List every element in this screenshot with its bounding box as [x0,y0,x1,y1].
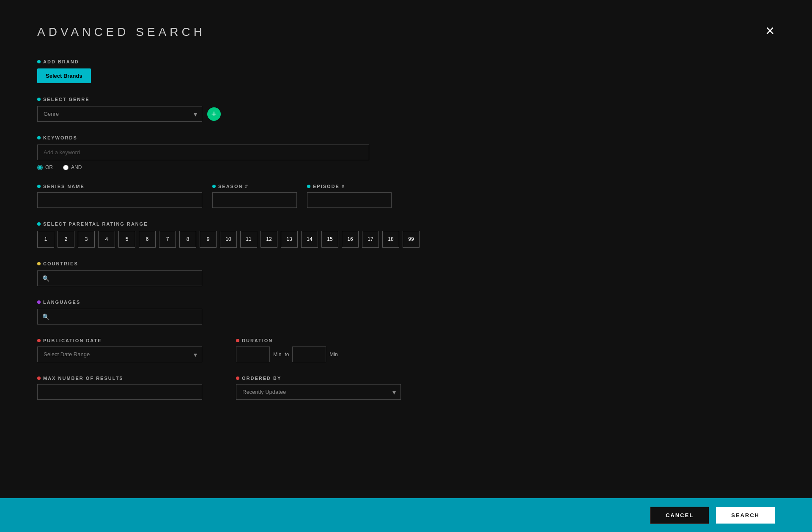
duration-dot [236,339,239,342]
close-button[interactable]: ✕ [765,25,775,37]
series-section: SERIES NAME SEASON # EPISODE # [37,184,775,208]
genre-select[interactable]: Genre Action Comedy Drama Horror Thrille… [37,106,202,122]
ordered-by-label: ORDERED BY [236,376,401,381]
rating-btn-5[interactable]: 5 [118,231,135,248]
countries-label: COUNTRIES [37,261,775,266]
languages-dot [37,300,41,304]
keywords-section: KEYWORDS OR AND [37,135,775,170]
genre-row: Genre Action Comedy Drama Horror Thrille… [37,106,775,122]
rating-btn-16[interactable]: 16 [342,231,359,248]
pub-date-duration-row: PUBLICATION DATE Select Date Range Last … [37,338,775,362]
duration-label: DURATION [236,338,338,343]
rating-row: 12345678910111213141516171899 [37,231,775,248]
genre-select-wrapper: Genre Action Comedy Drama Horror Thrille… [37,106,202,122]
rating-btn-1[interactable]: 1 [37,231,54,248]
keyword-input[interactable] [37,145,369,160]
and-radio-label[interactable]: AND [63,164,82,170]
series-name-dot [37,185,41,188]
duration-min-input[interactable] [236,346,270,362]
episode-input[interactable] [307,192,392,208]
pub-date-select[interactable]: Select Date Range Last 7 days Last 30 da… [37,346,202,362]
rating-btn-8[interactable]: 8 [179,231,196,248]
rating-btn-17[interactable]: 17 [362,231,379,248]
select-genre-label: SELECT GENRE [37,97,775,102]
search-button[interactable]: SEARCH [716,507,775,524]
select-genre-dot [37,98,41,101]
cancel-button[interactable]: CANCEL [650,507,709,524]
pub-date-dot [37,339,41,342]
duration-row: Min to Min [236,346,338,362]
duration-min-label: Min [273,352,281,357]
add-brand-label: ADD BRAND [37,59,775,64]
footer-bar: CANCEL SEARCH [0,498,812,532]
rating-btn-14[interactable]: 14 [301,231,318,248]
and-radio[interactable] [63,165,69,170]
pub-date-group: PUBLICATION DATE Select Date Range Last … [37,338,202,362]
duration-max-input[interactable] [292,346,326,362]
countries-search-wrapper: 🔍 [37,270,202,286]
ordered-by-select[interactable]: Recently Updatee Recently Added Title A-… [236,384,401,400]
parental-rating-label: SELECT PARENTAL RATING RANGE [37,221,775,226]
countries-section: COUNTRIES 🔍 [37,261,775,286]
season-input[interactable] [212,192,297,208]
keyword-radio-row: OR AND [37,164,775,170]
keywords-label: KEYWORDS [37,135,775,140]
languages-search-input[interactable] [37,309,202,325]
countries-dot [37,262,41,265]
parental-rating-section: SELECT PARENTAL RATING RANGE 12345678910… [37,221,775,248]
rating-btn-15[interactable]: 15 [321,231,338,248]
rating-btn-12[interactable]: 12 [261,231,277,248]
series-name-label: SERIES NAME [37,184,202,189]
season-label: SEASON # [212,184,297,189]
rating-btn-11[interactable]: 11 [240,231,257,248]
countries-search-icon: 🔍 [42,275,49,282]
max-results-input[interactable] [37,384,202,400]
duration-max-label: Min [329,352,337,357]
max-results-label: MAX NUMBER OF RESULTS [37,376,202,381]
series-name-group: SERIES NAME [37,184,202,208]
rating-btn-99[interactable]: 99 [403,231,420,248]
rating-btn-18[interactable]: 18 [382,231,399,248]
series-name-input[interactable] [37,192,202,208]
parental-rating-dot [37,222,41,226]
episode-label: EPISODE # [307,184,392,189]
ordered-by-group: ORDERED BY Recently Updatee Recently Add… [236,376,401,400]
or-radio-label[interactable]: OR [37,164,53,170]
rating-btn-2[interactable]: 2 [58,231,74,248]
pub-date-select-wrapper: Select Date Range Last 7 days Last 30 da… [37,346,202,362]
countries-search-input[interactable] [37,270,202,286]
season-dot [212,185,216,188]
advanced-search-modal: ✕ ADVANCED SEARCH ADD BRAND Select Brand… [0,0,812,498]
duration-group: DURATION Min to Min [236,338,338,362]
rating-btn-9[interactable]: 9 [200,231,217,248]
max-results-ordered-row: MAX NUMBER OF RESULTS ORDERED BY Recentl… [37,376,775,400]
rating-btn-13[interactable]: 13 [281,231,298,248]
episode-dot [307,185,310,188]
select-brands-button[interactable]: Select Brands [37,68,91,83]
languages-section: LANGUAGES 🔍 [37,300,775,325]
rating-btn-4[interactable]: 4 [98,231,115,248]
series-row: SERIES NAME SEASON # EPISODE # [37,184,775,208]
add-genre-button[interactable]: + [207,107,221,121]
or-radio[interactable] [37,165,43,170]
languages-search-wrapper: 🔍 [37,309,202,325]
page-title: ADVANCED SEARCH [37,25,775,39]
max-results-dot [37,376,41,380]
add-brand-dot [37,60,41,63]
rating-btn-10[interactable]: 10 [220,231,237,248]
rating-btn-3[interactable]: 3 [78,231,95,248]
season-group: SEASON # [212,184,297,208]
ordered-by-dot [236,376,239,380]
max-results-ordered-section: MAX NUMBER OF RESULTS ORDERED BY Recentl… [37,376,775,400]
select-genre-section: SELECT GENRE Genre Action Comedy Drama H… [37,97,775,122]
rating-btn-6[interactable]: 6 [139,231,156,248]
rating-btn-7[interactable]: 7 [159,231,176,248]
languages-search-icon: 🔍 [42,314,49,320]
languages-label: LANGUAGES [37,300,775,305]
pub-date-label: PUBLICATION DATE [37,338,202,343]
duration-to-label: to [285,352,289,357]
ordered-by-select-wrapper: Recently Updatee Recently Added Title A-… [236,384,401,400]
add-brand-section: ADD BRAND Select Brands [37,59,775,83]
keywords-dot [37,136,41,139]
max-results-group: MAX NUMBER OF RESULTS [37,376,202,400]
